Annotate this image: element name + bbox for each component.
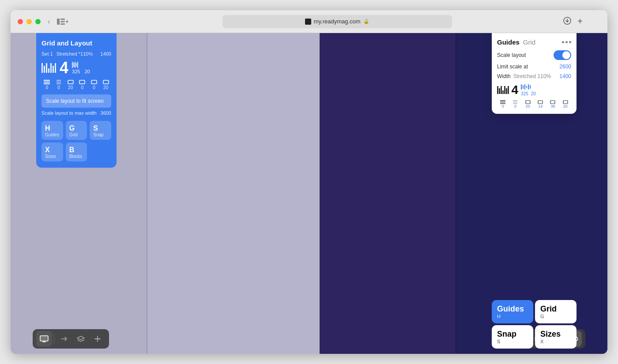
- props-grid: 0 0 20 0: [41, 79, 111, 90]
- mini-grid-number: 4: [512, 83, 519, 97]
- shortcuts-grid: H Guides G Grid S Snap X Sizes B Block: [41, 121, 111, 161]
- svg-rect-25: [513, 101, 517, 102]
- mini-box-icon-4: [562, 100, 569, 104]
- shortcut-guides[interactable]: H Guides: [41, 121, 63, 140]
- box-icon-4: [102, 79, 109, 85]
- snap-layout-label: Snap: [497, 330, 528, 339]
- back-button[interactable]: ‹: [46, 17, 52, 26]
- set-label: Set 1: [41, 51, 53, 56]
- minimize-button[interactable]: [26, 19, 32, 24]
- svg-rect-8: [57, 80, 61, 81]
- svg-rect-15: [521, 84, 522, 90]
- svg-rect-5: [44, 80, 50, 81]
- mini-prop-6: 20: [560, 100, 571, 109]
- svg-rect-29: [550, 101, 555, 104]
- svg-rect-1: [60, 19, 65, 20]
- prop-item-5: 0: [89, 79, 100, 90]
- sizes-layout-sublabel: X: [540, 339, 571, 344]
- grid-layout-panel: Grid and Layout Set 1 Stretched *110% 14…: [36, 33, 117, 168]
- mini-dim1: 325: [521, 91, 528, 96]
- svg-rect-31: [40, 336, 48, 341]
- browser-toolbar: ‹ ▾ my.readymag.com 🔒 +: [11, 10, 607, 33]
- mini-prop-1: 0: [497, 100, 509, 109]
- shortcut-sizes[interactable]: X Sizes: [41, 143, 63, 161]
- add-tool-button[interactable]: [90, 331, 106, 347]
- guides-layout-btn[interactable]: Guides H: [492, 300, 533, 323]
- lines-icon-1: [43, 79, 50, 85]
- mini-dims: [521, 84, 536, 90]
- shortcut-grid[interactable]: G Grid: [66, 121, 87, 140]
- shortcut-letter-s: S: [93, 124, 109, 132]
- svg-rect-9: [57, 82, 61, 83]
- traffic-lights: [18, 19, 41, 24]
- shortcut-letter-x: X: [45, 146, 60, 154]
- layout-buttons: Guides H Grid G Snap S Sizes X: [492, 300, 577, 349]
- panel-title: Grid and Layout: [41, 39, 111, 47]
- dim-val-2: 20: [84, 69, 90, 74]
- dot-3: [569, 41, 571, 43]
- sizes-layout-label: Sizes: [540, 330, 571, 339]
- return-tool-button[interactable]: [56, 331, 72, 347]
- fullscreen-button[interactable]: [35, 19, 41, 24]
- guides-tab-label[interactable]: Guides: [497, 38, 520, 46]
- prop-val-1: 0: [46, 85, 49, 90]
- grid-preview: 4 325 20: [41, 60, 111, 76]
- svg-rect-21: [500, 100, 505, 101]
- guides-header: Guides Grid: [497, 38, 571, 46]
- scale-layout-button[interactable]: Scale layout to fit screen: [41, 94, 111, 108]
- limit-scale-val: 2600: [559, 64, 571, 70]
- scale-layout-row: Scale layout: [497, 50, 571, 60]
- sizes-layout-btn[interactable]: Sizes X: [535, 325, 577, 349]
- layers-tool-button[interactable]: [73, 331, 89, 347]
- guides-layout-sublabel: H: [497, 314, 528, 319]
- mini-grid-preview: 4: [497, 83, 571, 97]
- toggle-knob: [562, 51, 570, 59]
- dot-2: [565, 41, 568, 43]
- box-icon-3: [90, 79, 98, 85]
- shortcut-label-sizes: Sizes: [45, 154, 60, 159]
- bottom-toolbar-left: [33, 329, 109, 349]
- svg-rect-16: [523, 85, 524, 89]
- close-button[interactable]: [18, 19, 23, 24]
- menu-dots[interactable]: [562, 41, 571, 43]
- new-tab-button[interactable]: +: [577, 16, 583, 26]
- guides-layout-label: Guides: [497, 304, 528, 314]
- download-button[interactable]: [563, 17, 571, 26]
- grid-layout-btn[interactable]: Grid G: [535, 300, 577, 323]
- mini-prop-val-2: 0: [514, 104, 516, 109]
- svg-rect-17: [524, 84, 525, 90]
- shortcut-blocks[interactable]: B Blocks: [66, 143, 87, 161]
- browser-window: ‹ ▾ my.readymag.com 🔒 +: [11, 10, 607, 354]
- grid-tab-label[interactable]: Grid: [523, 38, 535, 46]
- svg-rect-10: [57, 83, 61, 84]
- shortcut-letter-b: B: [69, 146, 85, 154]
- prop-item-1: 0: [41, 79, 53, 90]
- shortcut-label-snap: Snap: [93, 132, 109, 137]
- width-label: Width: [497, 73, 511, 79]
- snap-layout-btn[interactable]: Snap S: [492, 325, 533, 349]
- set-row: Set 1 Stretched *110% 1400: [41, 51, 111, 56]
- scale-layout-toggle[interactable]: [554, 50, 571, 60]
- lock-icon: 🔒: [363, 19, 369, 24]
- svg-rect-7: [44, 83, 50, 84]
- mini-dim-bars-icon: [521, 84, 531, 90]
- address-bar[interactable]: my.readymag.com 🔒: [222, 15, 452, 28]
- sidebar-toggle-button[interactable]: ▾: [57, 19, 68, 25]
- grid-number: 4: [60, 60, 68, 76]
- browser-content: Grid and Layout Set 1 Stretched *110% 14…: [11, 33, 607, 354]
- dot-1: [562, 41, 564, 43]
- shortcut-letter-g: G: [69, 124, 85, 132]
- mini-box-icon-2: [537, 100, 543, 104]
- shortcut-snap[interactable]: S Snap: [90, 121, 111, 140]
- prop-item-2: 0: [53, 79, 64, 90]
- mini-box-icon-3: [550, 100, 556, 104]
- mini-prop-val-1: 0: [502, 104, 504, 109]
- svg-rect-11: [68, 80, 73, 84]
- prop-val-3: 20: [68, 85, 73, 90]
- mini-prop-val-5: 36: [550, 104, 555, 109]
- svg-rect-3: [60, 23, 65, 25]
- screen-tool-button[interactable]: [36, 331, 52, 347]
- prop-item-4: 0: [77, 79, 88, 90]
- shortcut-label-blocks: Blocks: [69, 154, 85, 159]
- shortcut-letter-h: H: [45, 124, 60, 132]
